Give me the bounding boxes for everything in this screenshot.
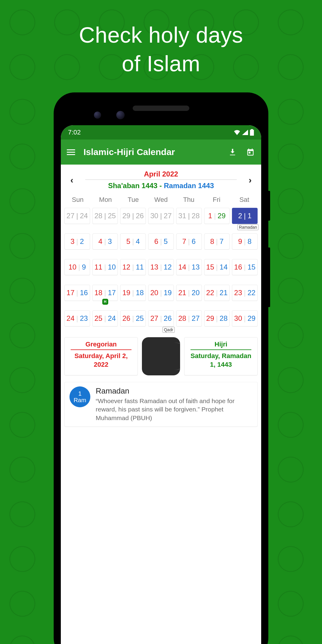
calendar-day[interactable]: 23|22 — [232, 285, 258, 301]
hijri-day-number: 8 — [246, 237, 253, 246]
gregorian-day-number: 1 — [206, 212, 214, 220]
calendar-day[interactable]: 11|10 — [92, 259, 118, 275]
calendar-week: 24|2325|2426|2527|26Qadr28|2729|2830|29 — [64, 310, 258, 326]
event-date-badge: 1 Ram — [69, 386, 90, 407]
gregorian-day-number: 24 — [65, 314, 76, 323]
calendar-day[interactable]: 5|4 — [120, 233, 146, 250]
calendar-day[interactable]: 30|29 — [232, 310, 258, 326]
calendar-day[interactable]: 13|12 — [148, 259, 174, 275]
calendar-day[interactable]: 9|8 — [232, 233, 258, 250]
calendar-day[interactable]: 19|18 — [120, 285, 146, 301]
calendar-day[interactable]: 14|13 — [176, 259, 202, 275]
status-bar: 7:02 — [61, 125, 261, 140]
hijri-day-number: 24 — [106, 314, 118, 323]
calendar-day[interactable]: 17|16 — [64, 285, 90, 301]
hijri-day-number: 18 — [134, 289, 145, 297]
hijri-day-number: 7 — [218, 237, 225, 246]
dow-label: Mon — [92, 196, 119, 204]
selected-date-panel: Gregorian Saturday, April 2, 2022 Hijri … — [61, 326, 261, 380]
calendar-day[interactable]: 29|26 — [120, 208, 146, 224]
gregorian-day-number: 2 — [236, 212, 244, 220]
hijri-date-box: Hijri Saturday, Ramadan 1, 1443 — [184, 337, 258, 375]
dow-label: Sat — [230, 196, 258, 204]
screen: 7:02 Islamic-Hijri Calendar — [61, 125, 261, 644]
calendar-day[interactable]: 12|11 — [120, 259, 146, 275]
calendar-day[interactable]: 15|14 — [204, 259, 230, 275]
gregorian-day-number: 10 — [67, 263, 78, 271]
calendar-day[interactable]: 18|17H — [92, 285, 118, 301]
calendar-day[interactable]: 27|26Qadr — [148, 310, 174, 326]
gregorian-month-label: April 2022 — [76, 170, 246, 178]
gregorian-day-number: 22 — [205, 289, 216, 297]
gregorian-day-number: 21 — [177, 289, 188, 297]
calendar-day[interactable]: 10|9 — [64, 259, 90, 275]
event-card[interactable]: 1 Ram Ramadan “Whoever fasts Ramadan out… — [64, 382, 258, 427]
hijri-day-number: 2 — [78, 237, 86, 246]
gregorian-day-number: 27 — [148, 314, 160, 323]
hijri-month-label: Sha'aban 1443 - Ramadan 1443 — [76, 182, 246, 190]
hijri-day-number: 29 — [246, 314, 257, 323]
gregorian-day-number: 30 — [232, 314, 244, 323]
calendar-day[interactable]: 1|29 — [204, 208, 230, 224]
download-button[interactable] — [228, 147, 237, 157]
calendar-day[interactable]: 27|24 — [64, 208, 90, 224]
calendar-day[interactable]: 31|28 — [176, 208, 202, 224]
device-side-button — [268, 247, 270, 307]
calendar-day[interactable]: 28|25 — [92, 208, 118, 224]
gregorian-day-number: 28 — [177, 314, 188, 323]
svg-rect-1 — [251, 129, 253, 130]
hijri-day-number: 13 — [190, 263, 202, 271]
gregorian-day-number: 30 — [148, 212, 160, 220]
gregorian-day-number: 6 — [153, 237, 160, 246]
today-button[interactable] — [246, 147, 255, 157]
hijri-day-number: 3 — [106, 237, 114, 246]
calendar-day[interactable]: 29|28 — [204, 310, 230, 326]
hijri-day-number: 28 — [218, 314, 230, 323]
promo-headline: Check holy days of Islam — [0, 0, 322, 78]
calendar-day[interactable]: 6|5 — [148, 233, 174, 250]
calendar-grid: SunMonTueWedThuFriSat 27|2428|2529|2630|… — [61, 193, 261, 326]
calendar-day[interactable]: 24|23 — [64, 310, 90, 326]
status-icons — [234, 129, 254, 136]
gregorian-day-number: 23 — [232, 289, 244, 297]
calendar-day[interactable]: 7|6 — [176, 233, 202, 250]
dow-label: Wed — [147, 196, 175, 204]
gregorian-day-number: 16 — [232, 263, 244, 271]
app-title: Islamic-Hijri Calendar — [83, 147, 219, 157]
next-month-button[interactable]: › — [246, 175, 255, 185]
hijri-day-number: 28 — [190, 212, 202, 220]
calendar-day[interactable]: 25|24 — [92, 310, 118, 326]
calendar-day[interactable]: 26|25 — [120, 310, 146, 326]
calendar-day[interactable]: 21|20 — [176, 285, 202, 301]
hijri-day-number: 24 — [78, 212, 90, 220]
calendar-day[interactable]: 4|3 — [92, 233, 118, 250]
hijri-day-number: 23 — [78, 314, 90, 323]
hijri-day-number: 19 — [162, 289, 174, 297]
hijri-day-number: 27 — [190, 314, 202, 323]
calendar-day[interactable]: 8|7 — [204, 233, 230, 250]
hijri-day-number: 5 — [162, 237, 169, 246]
hijri-day-number: 6 — [190, 237, 197, 246]
calendar-day[interactable]: 3|2 — [64, 233, 90, 250]
previous-month-button[interactable]: ‹ — [67, 175, 76, 185]
hijri-date-value: Saturday, Ramadan 1, 1443 — [187, 352, 255, 369]
calendar-day[interactable]: 2|1Ramadan — [232, 208, 258, 224]
menu-button[interactable] — [67, 149, 75, 155]
calendar-day[interactable]: 22|21 — [204, 285, 230, 301]
calendar-day[interactable]: 28|27 — [176, 310, 202, 326]
gregorian-day-number: 8 — [208, 237, 216, 246]
hijri-day-number: 12 — [162, 263, 174, 271]
calendar-day[interactable]: 30|27 — [148, 208, 174, 224]
moon-phase-icon — [142, 337, 180, 375]
cellular-icon — [242, 130, 248, 135]
calendar-day[interactable]: 20|19 — [148, 285, 174, 301]
calendar-day[interactable]: 16|15 — [232, 259, 258, 275]
device-frame: 7:02 Islamic-Hijri Calendar — [54, 92, 268, 644]
dow-label: Sun — [64, 196, 92, 204]
gregorian-date-title: Gregorian — [71, 340, 131, 350]
event-description: “Whoever fasts Ramadan out of faith and … — [96, 397, 253, 422]
battery-icon — [250, 129, 254, 136]
gregorian-day-number: 15 — [205, 263, 216, 271]
hijri-day-number: 22 — [246, 289, 257, 297]
hijri-day-number: 17 — [106, 289, 118, 297]
